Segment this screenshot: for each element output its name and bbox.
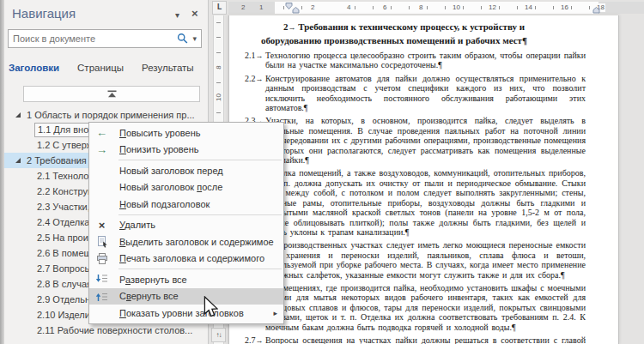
- document-paragraph[interactable]: 2.1→Технологию процесса целесообразно ст…: [245, 51, 586, 70]
- document-paragraph[interactable]: 2.5→На производственных участках следует…: [245, 240, 586, 280]
- collapse-triangle-icon[interactable]: [15, 112, 21, 118]
- menu-item-show-heading-levels[interactable]: Показать уровни заголовков ▸: [89, 305, 283, 322]
- menu-item-delete[interactable]: × Удалить: [89, 217, 283, 234]
- tree-item-label: 2.11 Рабочие поверхности столов...: [37, 325, 192, 335]
- ruler-number: 2: [240, 3, 246, 12]
- menu-item-promote-level[interactable]: ← Повысить уровень: [89, 124, 283, 142]
- up-down-arrows-icon: ↑↓: [211, 328, 226, 342]
- mouse-cursor: [204, 296, 218, 318]
- document-paragraph[interactable]: 2.3→Участки, на которых, в основном, про…: [245, 116, 586, 165]
- demote-arrow-icon: →: [96, 144, 107, 155]
- menu-item-label: Показать уровни заголовков: [119, 308, 244, 318]
- menu-item-label: Выделить заголовок и содержимое: [119, 237, 274, 247]
- tree-item-2-11[interactable]: 2.11 Рабочие поверхности столов...: [0, 323, 209, 338]
- menu-item-collapse-all[interactable]: Свернуть все: [89, 288, 283, 305]
- menu-item-demote-level[interactable]: → Понизить уровень: [89, 142, 283, 159]
- tree-item-label: 1 Область и порядок применения пр...: [27, 110, 195, 120]
- tree-item-label: 2.10 Изделия: [37, 310, 95, 320]
- ruler-number: 12: [488, 3, 497, 12]
- menu-item-expand-all[interactable]: Развернуть все: [89, 271, 283, 288]
- document-paragraph[interactable]: 2.4→Отделка помещений, а также воздухово…: [245, 168, 586, 237]
- paragraph-text: Отделка помещений, а также воздуховодов,…: [265, 168, 586, 237]
- tree-item-label: 2 Требования к: [27, 155, 94, 166]
- menu-item-new-heading-before[interactable]: Новый заголовок перед: [89, 162, 283, 179]
- menu-item-label: Развернуть все: [119, 275, 187, 285]
- tree-item-label: 1.1 Для внов: [38, 124, 94, 135]
- menu-item-new-subheading[interactable]: Новый подзаголовок: [89, 196, 283, 213]
- menu-item-label: Понизить уровень: [119, 144, 199, 154]
- tab-mark: →: [289, 23, 296, 32]
- collapse-triangle-icon[interactable]: [15, 158, 21, 163]
- menu-item-print-heading-and-content[interactable]: Печать заголовка и содержимого: [89, 250, 283, 268]
- tab-headings[interactable]: Заголовки: [9, 63, 59, 73]
- menu-separator: [118, 269, 282, 269]
- pane-options-chevron-icon[interactable]: ▾: [175, 10, 179, 20]
- search-dropdown-icon[interactable]: ▾: [191, 34, 201, 43]
- tree-item-label: 2.8 В случая: [37, 279, 92, 289]
- tree-item-1[interactable]: 1 Область и порядок применения пр...: [0, 107, 209, 123]
- document-paragraph[interactable]: 2.6→В помещениях, где производится пайка…: [245, 283, 586, 332]
- tree-item-label: 2.7 Вопросы: [37, 263, 91, 274]
- menu-item-label: Удалить: [119, 220, 155, 230]
- tree-item-label: 2.2 Конструи: [37, 186, 93, 196]
- tree-item-label: 2.3 Участки,: [37, 202, 90, 212]
- select-content-icon: [96, 236, 108, 248]
- ruler-number: 4: [346, 3, 351, 12]
- search-box: ▾: [8, 29, 202, 48]
- expand-all-icon: [95, 274, 108, 285]
- tab-mark: →: [256, 51, 264, 60]
- jump-to-start-button[interactable]: [23, 86, 200, 102]
- tab-mark: →: [256, 336, 264, 344]
- paragraph-text: Вопросы освещения на участках пайки долж…: [265, 335, 586, 344]
- paragraph-text: На производственных участках следует име…: [265, 240, 586, 280]
- tab-stop-selector[interactable]: L: [212, 1, 227, 15]
- menu-separator: [118, 214, 282, 215]
- document-paragraph[interactable]: 2.7→Вопросы освещения на участках пайки …: [245, 335, 586, 344]
- menu-item-label: Свернуть все: [119, 291, 179, 301]
- tree-item-label: 2.6 В помещ: [37, 248, 92, 258]
- delete-x-icon: ×: [99, 220, 106, 231]
- menu-item-new-heading-after[interactable]: Новый заголовок после: [89, 179, 283, 196]
- menu-item-select-heading-and-content[interactable]: Выделить заголовок и содержимое: [89, 233, 283, 250]
- ruler-number: 16: [560, 3, 569, 12]
- horizontal-ruler: 2 1 2 4 6 8 10 12 14 16 18: [228, 2, 644, 14]
- document-paragraph[interactable]: 2.2→Конструирование автоматов для пайки …: [245, 74, 586, 113]
- menu-item-label: Печать заголовка и содержимого: [119, 253, 264, 263]
- ruler-number: 6: [382, 3, 387, 12]
- tab-pages[interactable]: Страницы: [77, 63, 124, 73]
- paragraph-text: В помещениях, где производится пайка, не…: [265, 283, 586, 332]
- menu-item-label: Новый заголовок после: [119, 182, 222, 192]
- paragraph-number: 2.1: [245, 51, 256, 60]
- right-indent-marker[interactable]: [592, 7, 600, 14]
- promote-arrow-icon: ←: [96, 127, 107, 138]
- ruler-number: 8: [214, 63, 223, 72]
- tree-item-label: 2.9 Отдельн: [37, 294, 90, 305]
- pane-close-icon[interactable]: ×: [191, 7, 198, 20]
- menu-separator: [118, 160, 282, 160]
- document-page[interactable]: 2→ Требования к техническому процессу, к…: [228, 15, 619, 344]
- search-input[interactable]: [9, 33, 175, 44]
- collapse-all-icon: [95, 291, 108, 302]
- ruler-printable-area: [275, 2, 598, 14]
- document-heading[interactable]: 2→ Требования к техническому процессу, к…: [261, 21, 586, 47]
- ruler-number: 14: [524, 3, 533, 12]
- menu-item-label: Новый подзаголовок: [119, 199, 210, 209]
- tab-mark: →: [256, 75, 264, 83]
- submenu-arrow-icon: ▸: [273, 309, 277, 317]
- ruler-number: 1: [258, 3, 264, 12]
- tab-results[interactable]: Результаты: [142, 63, 194, 73]
- paragraph-number: 2.2: [245, 74, 256, 83]
- ruler-number: 10: [214, 93, 223, 102]
- window-left-edge: [0, 0, 4, 344]
- paragraph-text: Конструирование автоматов для пайки долж…: [265, 74, 586, 113]
- ruler-number: 2: [310, 3, 315, 12]
- search-icon[interactable]: [175, 33, 191, 45]
- pane-title: Навигация: [12, 6, 76, 21]
- hanging-indent-marker[interactable]: [292, 7, 300, 14]
- tree-item-label: 2.1 Технолог: [37, 171, 92, 181]
- menu-item-label: Новый заголовок перед: [119, 166, 223, 176]
- paragraph-text: Участки, на которых, в основном, произво…: [265, 116, 586, 165]
- pane-tabs: Заголовки Страницы Результаты: [9, 63, 202, 73]
- heading-context-menu: ← Повысить уровень → Понизить уровень Но…: [88, 122, 284, 324]
- jump-top-icon: [107, 90, 117, 98]
